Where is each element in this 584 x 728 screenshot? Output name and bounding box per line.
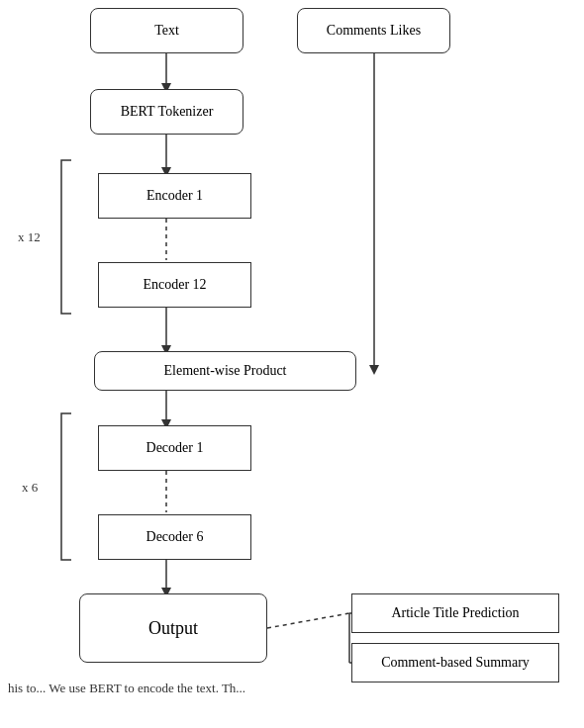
output-label: Output [148, 618, 198, 639]
output-box: Output [79, 593, 267, 663]
encoder12-box: Encoder 12 [98, 262, 251, 308]
svg-line-14 [267, 613, 349, 628]
comment-summary-label: Comment-based Summary [381, 655, 530, 671]
element-wise-box: Element-wise Product [94, 351, 356, 391]
decoder1-box: Decoder 1 [98, 425, 251, 471]
encoder12-label: Encoder 12 [143, 277, 206, 293]
architecture-diagram: Text Comments Likes BERT Tokenizer Encod… [0, 0, 584, 728]
encoder1-label: Encoder 1 [146, 188, 203, 204]
bert-tokenizer-label: BERT Tokenizer [121, 104, 214, 120]
text-box: Text [90, 8, 243, 53]
decoder6-label: Decoder 6 [146, 529, 204, 545]
decoder6-box: Decoder 6 [98, 514, 251, 560]
text-label: Text [154, 23, 179, 39]
svg-marker-8 [369, 365, 379, 375]
comment-summary-box: Comment-based Summary [351, 643, 559, 682]
article-title-box: Article Title Prediction [351, 593, 559, 633]
bert-tokenizer-box: BERT Tokenizer [90, 89, 243, 135]
x6-label: x 6 [22, 480, 38, 496]
comments-likes-label: Comments Likes [327, 23, 421, 39]
encoder1-box: Encoder 1 [98, 173, 251, 219]
caption-text: his to... We use BERT to encode the text… [0, 679, 584, 728]
comments-likes-box: Comments Likes [297, 8, 450, 53]
x12-label: x 12 [18, 229, 41, 245]
article-title-label: Article Title Prediction [391, 605, 519, 621]
element-wise-label: Element-wise Product [163, 363, 286, 379]
decoder1-label: Decoder 1 [146, 440, 204, 456]
